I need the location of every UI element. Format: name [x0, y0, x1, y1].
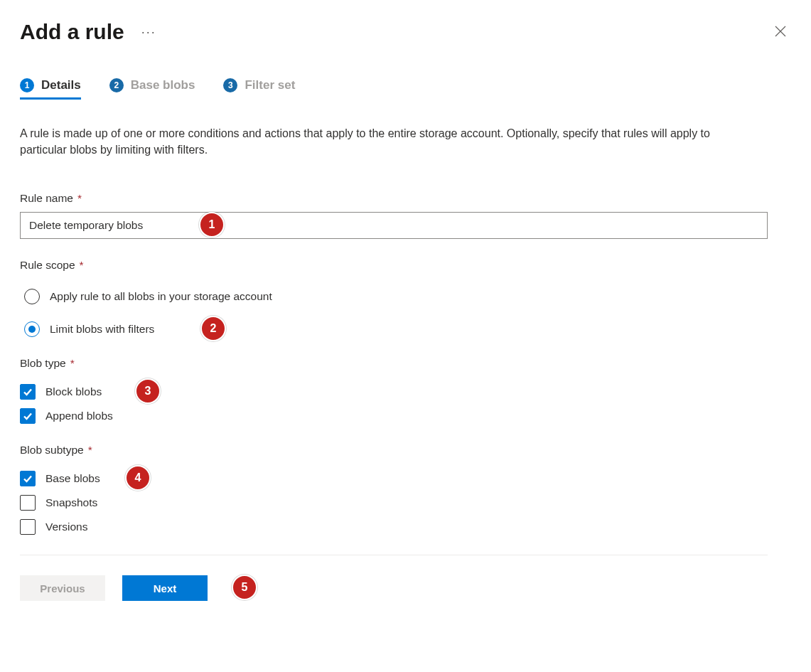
- step-details[interactable]: 1 Details: [20, 78, 81, 100]
- required-asterisk: *: [88, 444, 92, 457]
- next-button[interactable]: Next: [122, 575, 208, 601]
- annotation-callout-2: 2: [200, 316, 226, 341]
- rule-scope-label-text: Rule scope: [20, 259, 75, 272]
- annotation-callout-5: 5: [232, 575, 257, 600]
- checkbox-append-blobs[interactable]: [20, 408, 36, 424]
- radio-apply-all-label: Apply rule to all blobs in your storage …: [50, 290, 272, 303]
- step-badge-3: 3: [223, 78, 237, 92]
- close-icon: [774, 29, 787, 40]
- checkbox-snapshots[interactable]: [20, 495, 36, 511]
- step-label-base-blobs: Base blobs: [131, 78, 195, 92]
- blob-subtype-label-text: Blob subtype: [20, 444, 84, 457]
- rule-name-label: Rule name *: [20, 192, 791, 205]
- wizard-stepper: 1 Details 2 Base blobs 3 Filter set: [20, 78, 791, 100]
- checkbox-base-blobs-label: Base blobs: [45, 472, 100, 485]
- rule-description-text: A rule is made up of one or more conditi…: [20, 125, 759, 158]
- checkbox-append-blobs-label: Append blobs: [45, 410, 113, 422]
- step-filter-set[interactable]: 3 Filter set: [223, 78, 295, 100]
- footer-divider: [20, 555, 768, 555]
- checkbox-base-blobs[interactable]: [20, 471, 36, 486]
- rule-scope-label: Rule scope *: [20, 259, 791, 272]
- blob-type-label: Blob type *: [20, 357, 791, 370]
- annotation-callout-3: 3: [135, 378, 161, 404]
- annotation-callout-4: 4: [125, 465, 151, 491]
- checkbox-versions-label: Versions: [45, 521, 87, 533]
- required-asterisk: *: [80, 259, 84, 272]
- step-label-filter-set: Filter set: [245, 78, 295, 92]
- checkbox-block-blobs[interactable]: [20, 384, 36, 400]
- step-label-details: Details: [41, 78, 81, 92]
- checkbox-block-blobs-label: Block blobs: [45, 385, 102, 398]
- required-asterisk: *: [77, 192, 82, 205]
- close-button[interactable]: [770, 21, 791, 44]
- page-title: Add a rule: [20, 20, 124, 44]
- step-base-blobs[interactable]: 2 Base blobs: [109, 78, 195, 100]
- required-asterisk: *: [70, 357, 75, 370]
- more-icon[interactable]: ···: [141, 26, 156, 38]
- step-badge-2: 2: [109, 78, 124, 92]
- blob-subtype-label: Blob subtype *: [20, 444, 791, 457]
- checkbox-versions[interactable]: [20, 519, 36, 535]
- previous-button[interactable]: Previous: [20, 575, 105, 601]
- rule-name-input[interactable]: [20, 212, 768, 239]
- blob-type-label-text: Blob type: [20, 357, 66, 370]
- step-badge-1: 1: [20, 78, 34, 92]
- radio-limit-filters[interactable]: [24, 321, 40, 337]
- radio-apply-all[interactable]: [24, 289, 40, 304]
- rule-name-label-text: Rule name: [20, 192, 73, 205]
- checkbox-snapshots-label: Snapshots: [45, 496, 97, 509]
- radio-limit-filters-label: Limit blobs with filters: [50, 323, 154, 336]
